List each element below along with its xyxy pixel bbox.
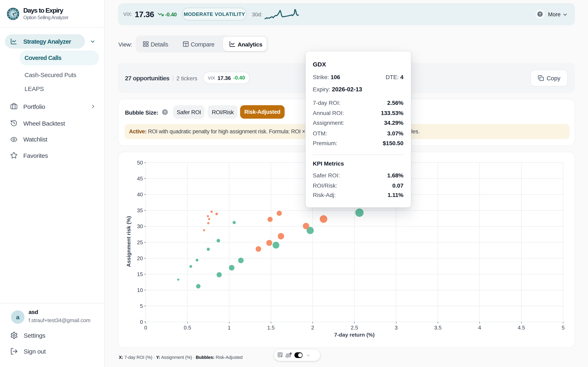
svg-text:0.5: 0.5: [184, 325, 191, 331]
svg-text:3.5: 3.5: [434, 325, 442, 331]
svg-text:15: 15: [137, 271, 143, 277]
svg-text:35: 35: [137, 207, 143, 213]
svg-text:5: 5: [562, 325, 564, 331]
svg-text:50: 50: [137, 160, 143, 166]
svg-text:3: 3: [395, 325, 398, 331]
svg-text:30: 30: [137, 223, 143, 229]
svg-text:2.5: 2.5: [351, 325, 358, 331]
svg-text:4: 4: [478, 325, 481, 331]
svg-text:10: 10: [137, 287, 143, 293]
svg-text:45: 45: [137, 175, 143, 182]
svg-text:25: 25: [137, 239, 143, 245]
svg-text:1: 1: [228, 325, 231, 331]
svg-text:1.5: 1.5: [267, 325, 275, 331]
svg-text:0: 0: [140, 319, 143, 325]
svg-text:20: 20: [137, 255, 143, 261]
svg-text:5: 5: [140, 303, 143, 309]
svg-text:40: 40: [137, 192, 143, 198]
svg-text:2: 2: [311, 325, 314, 331]
svg-text:0: 0: [144, 325, 147, 331]
svg-text:4.5: 4.5: [518, 325, 525, 331]
svg-text:Assignment risk (%): Assignment risk (%): [126, 216, 132, 267]
svg-text:7-day return (%): 7-day return (%): [334, 332, 375, 338]
